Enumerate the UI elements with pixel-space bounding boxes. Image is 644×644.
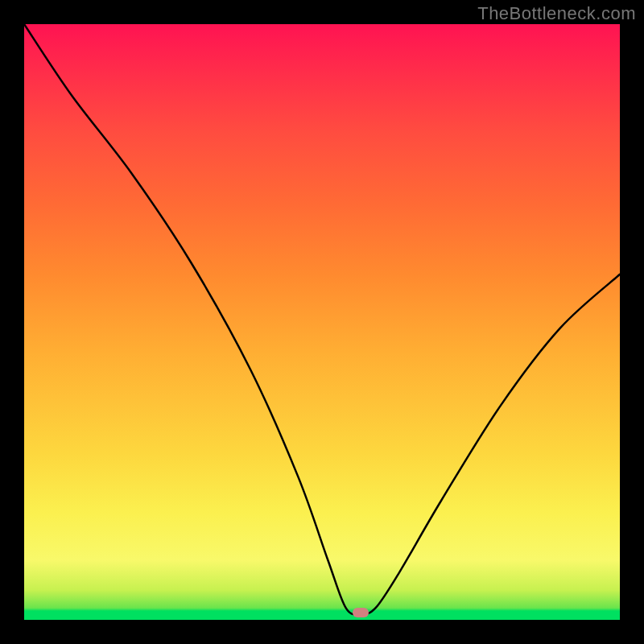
chart-frame: TheBottleneck.com bbox=[0, 0, 644, 644]
watermark-text: TheBottleneck.com bbox=[477, 3, 636, 24]
bottleneck-curve bbox=[24, 24, 620, 620]
plot-area bbox=[24, 24, 620, 620]
optimal-marker bbox=[353, 608, 369, 617]
